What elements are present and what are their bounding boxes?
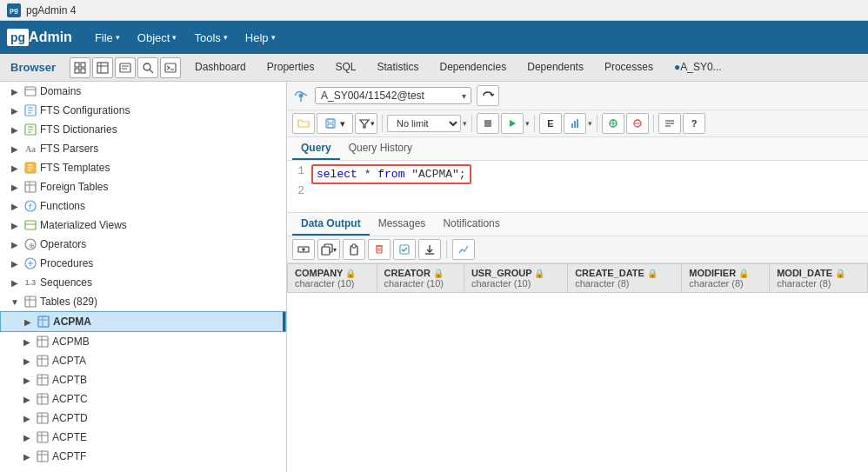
tree-item-acptf[interactable]: ▶ ACPTF — [0, 447, 286, 466]
format-btn[interactable] — [658, 113, 681, 134]
file-menu-label: File — [95, 31, 113, 44]
editor-area[interactable]: 1 select * from "ACPMA"; 2 — [287, 161, 868, 213]
delete-row-btn[interactable] — [368, 239, 391, 260]
commit-btn[interactable] — [602, 113, 624, 134]
paste-btn[interactable] — [343, 239, 365, 260]
expand-acpta[interactable]: ▶ — [21, 355, 33, 367]
tree-item-fts-template[interactable]: ▶ FTS Templates — [0, 158, 286, 177]
help-btn[interactable]: ? — [683, 113, 705, 134]
save-data-btn[interactable] — [393, 239, 416, 260]
download-btn[interactable] — [418, 239, 441, 260]
expand-sequences[interactable]: ▶ — [9, 276, 21, 289]
sidebar[interactable]: ▶ Domains ▶ FTS Configurations ▶ FTS Dic… — [0, 82, 287, 472]
expand-foreign-tables[interactable]: ▶ — [9, 181, 21, 193]
col-company[interactable]: COMPANY 🔒 character (10) — [288, 264, 377, 293]
tree-item-acpma[interactable]: ▶ ACPMA — [0, 311, 286, 332]
object-menu[interactable]: Object ▾ — [129, 26, 186, 50]
expand-operators[interactable]: ▶ — [9, 238, 21, 250]
save-btn[interactable]: ▾ — [317, 113, 353, 134]
no-limit-select[interactable]: No limit — [387, 115, 461, 132]
tab-statistics[interactable]: Statistics — [366, 54, 429, 81]
col-creator[interactable]: CREATOR 🔒 character (10) — [377, 264, 464, 293]
expand-procedures[interactable]: ▶ — [9, 257, 21, 269]
connection-refresh-btn[interactable] — [477, 85, 499, 106]
tab-properties[interactable]: Properties — [257, 54, 325, 81]
tree-item-acpmb[interactable]: ▶ ACPMB — [0, 332, 286, 351]
tree-item-acpta[interactable]: ▶ ACPTA — [0, 351, 286, 370]
expand-mat-views[interactable]: ▶ — [9, 219, 21, 231]
expand-acptf[interactable]: ▶ — [21, 450, 33, 462]
explain-analyze-btn[interactable] — [564, 113, 586, 134]
expand-acpte[interactable]: ▶ — [21, 431, 33, 443]
tree-item-tables[interactable]: ▼ Tables (829) — [0, 292, 286, 311]
copy-btn[interactable]: ▾ — [317, 239, 340, 260]
tab-dependencies[interactable]: Dependencies — [429, 54, 517, 81]
open-file-btn[interactable] — [292, 113, 315, 134]
expand-acptb[interactable]: ▶ — [21, 374, 33, 386]
browser-icon-terminal[interactable] — [160, 57, 181, 78]
tree-item-operators[interactable]: ▶ ⊕ Operators — [0, 235, 286, 254]
expand-tables[interactable]: ▼ — [9, 296, 21, 308]
graph-btn[interactable] — [452, 239, 475, 260]
tree-item-procedures[interactable]: ▶ Procedures — [0, 254, 286, 273]
browser-icon-grid[interactable] — [70, 57, 90, 78]
tab-query[interactable]: Query — [292, 137, 340, 160]
tab-dependents[interactable]: Dependents — [517, 54, 594, 81]
browser-icon-view[interactable] — [115, 57, 136, 78]
tab-asy[interactable]: ● A_SY0... — [664, 54, 732, 81]
expand-domains[interactable]: ▶ — [9, 85, 21, 97]
file-menu[interactable]: File ▾ — [86, 26, 129, 50]
svg-rect-52 — [37, 375, 48, 385]
tab-data-output[interactable]: Data Output — [292, 213, 370, 236]
data-grid[interactable]: COMPANY 🔒 character (10) CREATOR 🔒 chara… — [287, 263, 868, 472]
tree-item-acptd[interactable]: ▶ ACPTD — [0, 409, 286, 428]
tree-item-foreign-tables[interactable]: ▶ Foreign Tables — [0, 177, 286, 196]
expand-acptd[interactable]: ▶ — [21, 412, 33, 424]
tree-item-fts-config[interactable]: ▶ FTS Configurations — [0, 101, 286, 120]
tab-query-history[interactable]: Query History — [340, 137, 421, 160]
tree-item-domains[interactable]: ▶ Domains — [0, 82, 286, 101]
tree-item-acpte[interactable]: ▶ ACPTE — [0, 428, 286, 447]
expand-fts-parser[interactable]: ▶ — [9, 143, 21, 155]
run-btn[interactable] — [501, 113, 524, 134]
tools-menu[interactable]: Tools ▾ — [185, 26, 236, 50]
expand-acpmb[interactable]: ▶ — [21, 336, 33, 348]
explain-btn[interactable]: E — [539, 113, 562, 134]
col-modifier[interactable]: MODIFIER 🔒 character (8) — [682, 264, 770, 293]
add-row-btn[interactable] — [292, 239, 315, 260]
tree-item-sequences[interactable]: ▶ 1.3 Sequences — [0, 273, 286, 292]
tab-dashboard[interactable]: Dashboard — [184, 54, 257, 81]
tree-item-fts-parser[interactable]: ▶ Aa FTS Parsers — [0, 139, 286, 158]
help-menu[interactable]: Help ▾ — [237, 26, 284, 50]
col-modi-date[interactable]: MODI_DATE 🔒 character (8) — [770, 264, 868, 293]
fts-config-icon — [23, 103, 37, 117]
tab-sql[interactable]: SQL — [324, 54, 366, 81]
tree-item-fts-dict[interactable]: ▶ FTS Dictionaries — [0, 120, 286, 139]
expand-acptc[interactable]: ▶ — [21, 393, 33, 405]
browser-icon-search[interactable] — [137, 57, 158, 78]
tree-item-acptc[interactable]: ▶ ACPTC — [0, 389, 286, 409]
filter-btn[interactable]: ▾ — [355, 113, 377, 134]
expand-fts-template[interactable]: ▶ — [9, 162, 21, 174]
connection-dropdown[interactable]: A_SY004/11542@test ▾ — [315, 87, 471, 104]
domains-label: Domains — [40, 85, 81, 97]
tab-notifications[interactable]: Notifications — [434, 213, 508, 236]
tab-messages[interactable]: Messages — [370, 213, 435, 236]
col-create-date[interactable]: CREATE_DATE 🔒 character (8) — [568, 264, 682, 293]
tree-item-functions[interactable]: ▶ f Functions — [0, 196, 286, 216]
connection-select[interactable]: A_SY004/11542@test — [315, 87, 471, 104]
tab-processes[interactable]: Processes — [594, 54, 664, 81]
tab-query-label: Query — [301, 142, 331, 154]
expand-fts-dict[interactable]: ▶ — [9, 123, 21, 136]
browser-icon-table[interactable] — [92, 57, 113, 78]
rollback-btn[interactable] — [626, 113, 649, 134]
expand-acpma[interactable]: ▶ — [22, 316, 34, 328]
tree-item-mat-views[interactable]: ▶ Materialized Views — [0, 216, 286, 235]
col-usr-group[interactable]: USR_GROUP 🔒 character (10) — [464, 264, 567, 293]
foreign-tables-icon — [23, 180, 37, 194]
tree-item-acptb[interactable]: ▶ ACPTB — [0, 370, 286, 389]
expand-functions[interactable]: ▶ — [9, 200, 21, 212]
stop-btn[interactable] — [477, 113, 499, 134]
expand-fts-config[interactable]: ▶ — [9, 104, 21, 116]
acpte-label: ACPTE — [52, 431, 87, 443]
